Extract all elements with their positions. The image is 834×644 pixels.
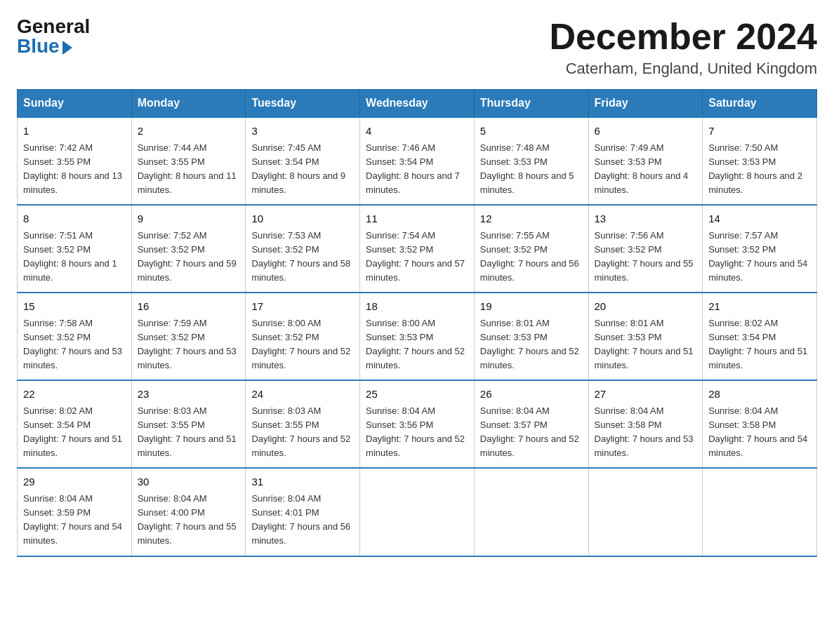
- day-number: 23: [138, 387, 240, 403]
- day-number: 26: [480, 387, 583, 403]
- day-info: Sunrise: 8:00 AMSunset: 3:53 PMDaylight:…: [366, 318, 465, 370]
- day-info: Sunrise: 8:01 AMSunset: 3:53 PMDaylight:…: [595, 318, 694, 370]
- day-info: Sunrise: 8:04 AMSunset: 3:56 PMDaylight:…: [366, 405, 465, 458]
- day-info: Sunrise: 7:55 AMSunset: 3:52 PMDaylight:…: [480, 230, 579, 283]
- day-info: Sunrise: 8:04 AMSunset: 3:57 PMDaylight:…: [480, 405, 579, 458]
- day-number: 5: [480, 123, 583, 140]
- day-number: 1: [23, 123, 126, 140]
- day-info: Sunrise: 7:42 AMSunset: 3:55 PMDaylight:…: [23, 142, 122, 195]
- page-header: General Blue December 2024 Caterham, Eng…: [17, 17, 817, 78]
- header-friday: Friday: [588, 90, 703, 118]
- table-row: 25 Sunrise: 8:04 AMSunset: 3:56 PMDaylig…: [360, 380, 475, 468]
- day-info: Sunrise: 8:01 AMSunset: 3:53 PMDaylight:…: [480, 318, 579, 370]
- day-number: 19: [480, 299, 583, 315]
- day-info: Sunrise: 7:59 AMSunset: 3:52 PMDaylight:…: [138, 318, 237, 370]
- table-row: 3 Sunrise: 7:45 AMSunset: 3:54 PMDayligh…: [246, 117, 360, 205]
- day-number: 12: [480, 211, 583, 227]
- day-info: Sunrise: 8:04 AMSunset: 4:00 PMDaylight:…: [138, 493, 237, 546]
- day-info: Sunrise: 8:04 AMSunset: 3:58 PMDaylight:…: [708, 405, 807, 458]
- day-info: Sunrise: 8:03 AMSunset: 3:55 PMDaylight:…: [251, 405, 350, 458]
- day-info: Sunrise: 8:02 AMSunset: 3:54 PMDaylight:…: [708, 318, 807, 370]
- day-info: Sunrise: 7:56 AMSunset: 3:52 PMDaylight:…: [595, 230, 694, 283]
- day-number: 21: [708, 299, 811, 315]
- day-number: 11: [366, 211, 468, 227]
- table-row: 5 Sunrise: 7:48 AMSunset: 3:53 PMDayligh…: [474, 117, 588, 205]
- day-number: 27: [595, 387, 697, 403]
- day-number: 28: [708, 387, 811, 403]
- month-title: December 2024: [549, 17, 817, 57]
- week-row-3: 15 Sunrise: 7:58 AMSunset: 3:52 PMDaylig…: [18, 293, 817, 380]
- week-row-2: 8 Sunrise: 7:51 AMSunset: 3:52 PMDayligh…: [18, 205, 817, 293]
- day-info: Sunrise: 8:04 AMSunset: 4:01 PMDaylight:…: [251, 493, 350, 546]
- day-info: Sunrise: 7:57 AMSunset: 3:52 PMDaylight:…: [708, 230, 807, 283]
- table-row: 18 Sunrise: 8:00 AMSunset: 3:53 PMDaylig…: [360, 293, 475, 380]
- table-row: 4 Sunrise: 7:46 AMSunset: 3:54 PMDayligh…: [360, 117, 475, 205]
- table-row: 17 Sunrise: 8:00 AMSunset: 3:52 PMDaylig…: [246, 293, 360, 380]
- day-info: Sunrise: 7:44 AMSunset: 3:55 PMDaylight:…: [138, 142, 237, 195]
- calendar-table: Sunday Monday Tuesday Wednesday Thursday…: [17, 89, 817, 556]
- table-row: 11 Sunrise: 7:54 AMSunset: 3:52 PMDaylig…: [360, 205, 475, 293]
- table-row: 1 Sunrise: 7:42 AMSunset: 3:55 PMDayligh…: [18, 117, 132, 205]
- day-info: Sunrise: 7:48 AMSunset: 3:53 PMDaylight:…: [480, 142, 574, 195]
- table-row: 30 Sunrise: 8:04 AMSunset: 4:00 PMDaylig…: [131, 468, 246, 556]
- logo-blue-text: Blue: [17, 36, 72, 56]
- day-number: 6: [595, 123, 697, 140]
- day-number: 7: [708, 123, 811, 140]
- day-number: 18: [366, 299, 468, 315]
- day-info: Sunrise: 7:54 AMSunset: 3:52 PMDaylight:…: [366, 230, 465, 283]
- day-info: Sunrise: 8:03 AMSunset: 3:55 PMDaylight:…: [138, 405, 237, 458]
- week-row-1: 1 Sunrise: 7:42 AMSunset: 3:55 PMDayligh…: [18, 117, 817, 205]
- day-info: Sunrise: 8:00 AMSunset: 3:52 PMDaylight:…: [251, 318, 350, 370]
- table-row: 21 Sunrise: 8:02 AMSunset: 3:54 PMDaylig…: [703, 293, 817, 380]
- table-row: 10 Sunrise: 7:53 AMSunset: 3:52 PMDaylig…: [246, 205, 360, 293]
- day-number: 20: [595, 299, 697, 315]
- day-number: 17: [251, 299, 354, 315]
- table-row: 28 Sunrise: 8:04 AMSunset: 3:58 PMDaylig…: [703, 380, 817, 468]
- day-number: 15: [23, 299, 126, 315]
- day-info: Sunrise: 7:53 AMSunset: 3:52 PMDaylight:…: [251, 230, 350, 283]
- day-number: 31: [251, 474, 354, 490]
- day-info: Sunrise: 8:02 AMSunset: 3:54 PMDaylight:…: [23, 405, 122, 458]
- table-row: 26 Sunrise: 8:04 AMSunset: 3:57 PMDaylig…: [474, 380, 588, 468]
- day-number: 16: [138, 299, 240, 315]
- weekday-header-row: Sunday Monday Tuesday Wednesday Thursday…: [18, 90, 817, 118]
- table-row: 23 Sunrise: 8:03 AMSunset: 3:55 PMDaylig…: [131, 380, 246, 468]
- table-row: 22 Sunrise: 8:02 AMSunset: 3:54 PMDaylig…: [18, 380, 132, 468]
- day-number: 13: [595, 211, 697, 227]
- table-row: 9 Sunrise: 7:52 AMSunset: 3:52 PMDayligh…: [131, 205, 246, 293]
- table-row: 8 Sunrise: 7:51 AMSunset: 3:52 PMDayligh…: [18, 205, 132, 293]
- table-row: 29 Sunrise: 8:04 AMSunset: 3:59 PMDaylig…: [18, 468, 132, 556]
- day-info: Sunrise: 7:46 AMSunset: 3:54 PMDaylight:…: [366, 142, 460, 195]
- day-number: 10: [251, 211, 354, 227]
- table-row: 13 Sunrise: 7:56 AMSunset: 3:52 PMDaylig…: [588, 205, 703, 293]
- day-info: Sunrise: 7:50 AMSunset: 3:53 PMDaylight:…: [708, 142, 802, 195]
- day-info: Sunrise: 8:04 AMSunset: 3:58 PMDaylight:…: [595, 405, 694, 458]
- table-row: 12 Sunrise: 7:55 AMSunset: 3:52 PMDaylig…: [474, 205, 588, 293]
- day-number: 8: [23, 211, 126, 227]
- header-monday: Monday: [131, 90, 246, 118]
- day-number: 14: [708, 211, 811, 227]
- day-info: Sunrise: 7:49 AMSunset: 3:53 PMDaylight:…: [595, 142, 689, 195]
- day-number: 29: [23, 474, 126, 490]
- header-thursday: Thursday: [474, 90, 588, 118]
- day-number: 25: [366, 387, 468, 403]
- table-row: 27 Sunrise: 8:04 AMSunset: 3:58 PMDaylig…: [588, 380, 703, 468]
- week-row-5: 29 Sunrise: 8:04 AMSunset: 3:59 PMDaylig…: [18, 468, 817, 556]
- table-row: [360, 468, 475, 556]
- day-number: 9: [138, 211, 240, 227]
- day-info: Sunrise: 7:51 AMSunset: 3:52 PMDaylight:…: [23, 230, 117, 283]
- week-row-4: 22 Sunrise: 8:02 AMSunset: 3:54 PMDaylig…: [18, 380, 817, 468]
- day-number: 2: [138, 123, 240, 140]
- table-row: [703, 468, 817, 556]
- table-row: 24 Sunrise: 8:03 AMSunset: 3:55 PMDaylig…: [246, 380, 360, 468]
- day-number: 22: [23, 387, 126, 403]
- logo-general-text: General: [17, 17, 90, 36]
- header-tuesday: Tuesday: [246, 90, 360, 118]
- header-saturday: Saturday: [703, 90, 817, 118]
- title-section: December 2024 Caterham, England, United …: [549, 17, 817, 78]
- header-sunday: Sunday: [18, 90, 132, 118]
- day-info: Sunrise: 7:52 AMSunset: 3:52 PMDaylight:…: [138, 230, 237, 283]
- table-row: 31 Sunrise: 8:04 AMSunset: 4:01 PMDaylig…: [246, 468, 360, 556]
- table-row: 19 Sunrise: 8:01 AMSunset: 3:53 PMDaylig…: [474, 293, 588, 380]
- table-row: 15 Sunrise: 7:58 AMSunset: 3:52 PMDaylig…: [18, 293, 132, 380]
